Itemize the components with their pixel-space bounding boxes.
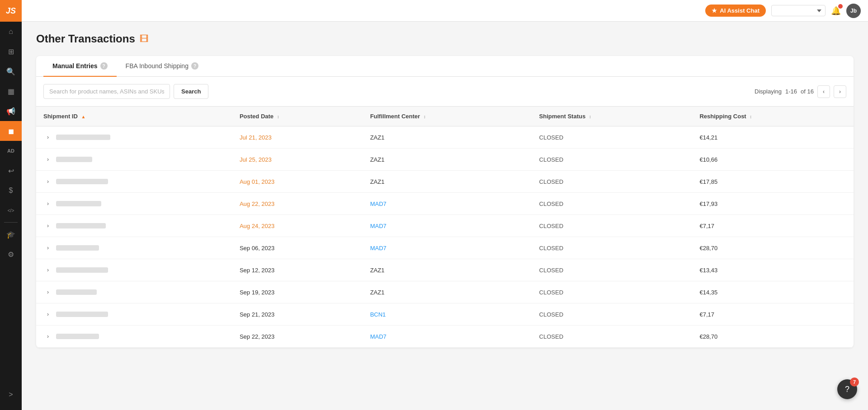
sidebar-item-code[interactable]: </> xyxy=(0,200,22,220)
cell-fulfillment-center[interactable]: MAD7 xyxy=(363,193,532,215)
shipment-id-bar xyxy=(56,179,108,184)
tab-fba-inbound-shipping[interactable]: FBA Inbound Shipping ? xyxy=(117,56,208,77)
sidebar-item-education[interactable]: 🎓 xyxy=(0,224,22,244)
cell-reshipping-cost: €28,70 xyxy=(692,237,854,259)
tab-fba-help[interactable]: ? xyxy=(191,62,198,70)
cell-shipment-id: › xyxy=(36,326,232,348)
cell-shipment-status: CLOSED xyxy=(532,326,693,348)
pagination-prev-button[interactable]: ‹ xyxy=(817,85,830,98)
avatar[interactable]: Jb xyxy=(846,4,861,18)
cell-shipment-id: › xyxy=(36,149,232,171)
sidebar-expand-button[interactable]: > xyxy=(0,385,22,405)
expand-row-button[interactable]: › xyxy=(43,199,52,208)
table-row: › Aug 22, 2023MAD7CLOSED€17,93 xyxy=(36,193,854,215)
cell-posted-date: Jul 25, 2023 xyxy=(232,149,363,171)
tab-manual-entries-label: Manual Entries xyxy=(52,62,98,70)
ai-assist-label: AI Assist Chat xyxy=(720,7,760,14)
fc-link[interactable]: MAD7 xyxy=(370,200,387,207)
tab-fba-label: FBA Inbound Shipping xyxy=(126,62,189,70)
expand-row-button[interactable]: › xyxy=(43,332,52,341)
table-row: › Sep 19, 2023ZAZ1CLOSED€14,35 xyxy=(36,281,854,303)
shipment-id-bar xyxy=(56,135,110,140)
fc-link[interactable]: BCN1 xyxy=(370,311,386,318)
cell-fulfillment-center[interactable]: MAD7 xyxy=(363,326,532,348)
expand-row-button[interactable]: › xyxy=(43,155,52,164)
pagination-next-button[interactable]: › xyxy=(834,85,846,98)
cell-posted-date: Sep 06, 2023 xyxy=(232,237,363,259)
expand-row-button[interactable]: › xyxy=(43,177,52,186)
search-input[interactable] xyxy=(43,84,170,99)
settings-icon: ⚙ xyxy=(8,250,14,259)
table-row: › Jul 21, 2023ZAZ1CLOSED€14,21 xyxy=(36,126,854,149)
cell-fulfillment-center[interactable]: BCN1 xyxy=(363,303,532,326)
search-button[interactable]: Search xyxy=(174,84,208,99)
pagination-info: Displaying 1-16 of 16 ‹ › xyxy=(755,85,846,98)
col-posted-date[interactable]: Posted Date ↕ xyxy=(232,107,363,126)
sidebar-item-search[interactable]: 🔍 xyxy=(0,61,22,81)
sidebar-item-home[interactable]: ⌂ xyxy=(0,22,22,42)
sort-icon-status: ↕ xyxy=(589,114,591,119)
cell-fulfillment-center: ZAZ1 xyxy=(363,281,532,303)
col-fulfillment-center[interactable]: Fulfillment Center ↕ xyxy=(363,107,532,126)
col-shipment-status[interactable]: Shipment Status ↕ xyxy=(532,107,693,126)
topbar-dropdown[interactable] xyxy=(771,5,826,16)
fc-link[interactable]: MAD7 xyxy=(370,245,387,252)
cell-posted-date: Sep 22, 2023 xyxy=(232,326,363,348)
sidebar-item-dollar[interactable]: $ xyxy=(0,181,22,200)
sidebar-item-chart[interactable]: ◼ xyxy=(0,121,22,141)
shipment-id-bar xyxy=(56,223,106,228)
fc-link[interactable]: MAD7 xyxy=(370,223,387,229)
expand-row-button[interactable]: › xyxy=(43,133,52,142)
sidebar-item-returns[interactable]: ↩ xyxy=(0,161,22,181)
expand-row-button[interactable]: › xyxy=(43,266,52,275)
table-row: › Aug 01, 2023ZAZ1CLOSED€17,85 xyxy=(36,171,854,193)
cell-fulfillment-center[interactable]: MAD7 xyxy=(363,215,532,237)
cell-fulfillment-center[interactable]: MAD7 xyxy=(363,237,532,259)
col-shipment-id[interactable]: Shipment ID ▲ xyxy=(36,107,232,126)
sidebar-item-ad[interactable]: AD xyxy=(0,141,22,161)
dashboard-icon: ▦ xyxy=(8,87,14,96)
cell-fulfillment-center: ZAZ1 xyxy=(363,149,532,171)
cell-shipment-id: › xyxy=(36,303,232,326)
help-fab-button[interactable]: ? 7 xyxy=(837,379,857,399)
fc-link[interactable]: MAD7 xyxy=(370,333,387,340)
shipment-id-bar xyxy=(56,267,108,273)
expand-row-button[interactable]: › xyxy=(43,288,52,297)
sidebar-divider xyxy=(4,222,18,223)
col-reshipping-cost[interactable]: Reshipping Cost ↕ xyxy=(692,107,854,126)
cell-posted-date: Jul 21, 2023 xyxy=(232,126,363,149)
table-body: › Jul 21, 2023ZAZ1CLOSED€14,21 › Jul 25,… xyxy=(36,126,854,348)
shipment-id-bar xyxy=(56,201,101,206)
page-title: Other Transactions xyxy=(36,33,135,45)
table-row: › Sep 06, 2023MAD7CLOSED€28,70 xyxy=(36,237,854,259)
help-icon: ? xyxy=(845,385,849,394)
shipment-id-bar xyxy=(56,312,108,317)
ai-assist-button[interactable]: ★ AI Assist Chat xyxy=(705,5,766,17)
expand-row-button[interactable]: › xyxy=(43,243,52,252)
sidebar-item-dashboard[interactable]: ▦ xyxy=(0,81,22,101)
expand-row-button[interactable]: › xyxy=(43,221,52,230)
expand-row-button[interactable]: › xyxy=(43,310,52,319)
notification-bell[interactable]: 🔔 xyxy=(831,6,841,16)
cell-fulfillment-center: ZAZ1 xyxy=(363,259,532,281)
sort-icon-fc: ↕ xyxy=(424,114,426,119)
topbar: ★ AI Assist Chat 🔔 Jb xyxy=(22,0,868,22)
cell-shipment-status: CLOSED xyxy=(532,171,693,193)
cell-reshipping-cost: €28,70 xyxy=(692,326,854,348)
cell-shipment-status: CLOSED xyxy=(532,193,693,215)
sidebar-item-grid[interactable]: ⊞ xyxy=(0,42,22,61)
cell-shipment-id: › xyxy=(36,215,232,237)
tab-manual-entries[interactable]: Manual Entries ? xyxy=(43,56,117,77)
code-icon: </> xyxy=(8,208,14,213)
search-bar: Search Displaying 1-16 of 16 ‹ › xyxy=(36,77,854,107)
sidebar-item-settings[interactable]: ⚙ xyxy=(0,244,22,264)
home-icon: ⌂ xyxy=(9,28,13,36)
shipment-id-bar xyxy=(56,334,99,339)
sidebar-item-megaphone[interactable]: 📢 xyxy=(0,101,22,121)
search-nav-icon: 🔍 xyxy=(6,67,15,76)
tab-manual-entries-help[interactable]: ? xyxy=(100,62,108,70)
main-card: Manual Entries ? FBA Inbound Shipping ? … xyxy=(36,56,854,348)
expand-icon: > xyxy=(9,391,13,399)
tabs-container: Manual Entries ? FBA Inbound Shipping ? xyxy=(36,56,854,77)
cell-shipment-id: › xyxy=(36,237,232,259)
